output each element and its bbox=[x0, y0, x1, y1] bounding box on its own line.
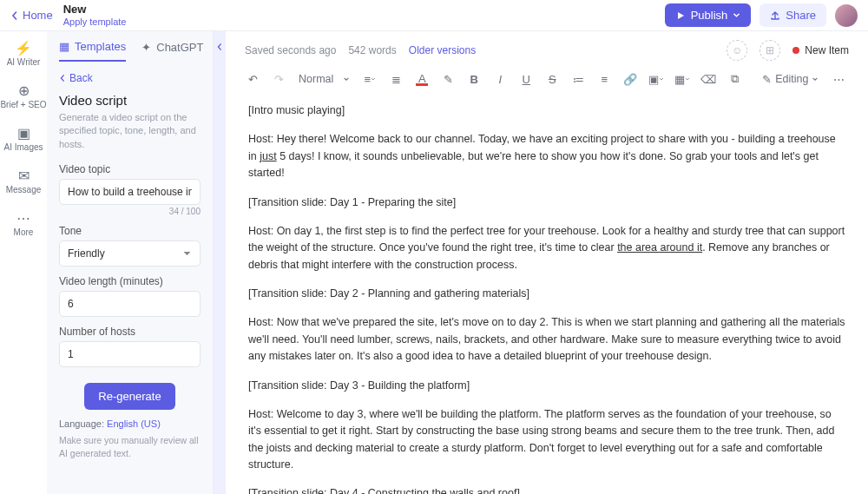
home-label: Home bbox=[23, 9, 53, 22]
status-dot-icon bbox=[792, 47, 799, 54]
doc-line: Host: On day 1, the first step is to fin… bbox=[248, 223, 845, 273]
saved-status: Saved seconds ago bbox=[245, 44, 336, 56]
more-toolbar-button[interactable]: ⋯ bbox=[829, 69, 848, 89]
image-icon: ▣ bbox=[17, 127, 30, 141]
tone-select[interactable]: Friendly bbox=[59, 240, 201, 267]
length-label: Video length (minutes) bbox=[59, 275, 201, 287]
older-versions-link[interactable]: Older versions bbox=[409, 44, 476, 56]
redo-button[interactable]: ↷ bbox=[269, 69, 288, 89]
pencil-icon: ✎ bbox=[762, 73, 772, 86]
review-note: Make sure you manually review all AI gen… bbox=[59, 434, 201, 459]
unordered-list-button[interactable]: ≡ bbox=[595, 69, 614, 89]
clear-format-button[interactable]: ⌫ bbox=[699, 69, 718, 89]
language-label: Language: bbox=[59, 418, 104, 429]
highlight-button[interactable]: ✎ bbox=[438, 69, 457, 89]
line-height-button[interactable]: ≣ bbox=[386, 69, 405, 89]
avatar[interactable] bbox=[835, 4, 858, 27]
regenerate-button[interactable]: Re-generate bbox=[84, 383, 174, 410]
char-count: 34 / 100 bbox=[59, 207, 201, 216]
text-color-button[interactable]: A bbox=[412, 69, 431, 89]
tone-label: Tone bbox=[59, 225, 201, 237]
word-count: 542 words bbox=[348, 44, 396, 56]
message-icon: ✉ bbox=[18, 169, 30, 183]
editor-toolbar: ↶ ↷ Normal ≡ ≣ A ✎ B I U S ≔ ≡ 🔗 ▣ ▦ ⌫ bbox=[226, 66, 868, 97]
doc-line: [Transition slide: Day 4 - Constructing … bbox=[248, 485, 845, 494]
templates-icon: ▦ bbox=[59, 40, 69, 53]
doc-line: Host: Welcome to day 3, where we'll be b… bbox=[248, 406, 845, 474]
rail-message[interactable]: ✉ Message bbox=[0, 168, 47, 196]
home-link[interactable]: Home bbox=[10, 9, 53, 22]
share-label: Share bbox=[786, 9, 816, 22]
doc-line: [Transition slide: Day 3 - Building the … bbox=[248, 378, 845, 394]
chat-icon: ✦ bbox=[141, 41, 151, 54]
panel-desc: Generate a video script on the specified… bbox=[59, 111, 201, 151]
new-item-button[interactable]: New Item bbox=[792, 44, 849, 56]
bold-button[interactable]: B bbox=[464, 69, 483, 89]
paragraph-style-select[interactable]: Normal bbox=[295, 71, 353, 87]
rail-brief-seo[interactable]: ⊕ Brief + SEO bbox=[0, 82, 47, 111]
add-collaborator-2[interactable]: ⊞ bbox=[760, 40, 780, 61]
video-topic-input[interactable] bbox=[59, 179, 201, 205]
ordered-list-button[interactable]: ≔ bbox=[569, 69, 588, 89]
editing-mode-select[interactable]: ✎ Editing bbox=[759, 71, 822, 88]
collapse-panel[interactable] bbox=[214, 31, 226, 494]
apply-template-link[interactable]: Apply template bbox=[63, 16, 127, 28]
rail-ai-writer[interactable]: ⚡ AI Writer bbox=[0, 40, 47, 69]
back-link[interactable]: Back bbox=[59, 72, 201, 84]
hosts-label: Number of hosts bbox=[59, 326, 201, 338]
image-button[interactable]: ▣ bbox=[647, 69, 666, 89]
doc-title: New bbox=[63, 3, 127, 16]
publish-button[interactable]: Publish bbox=[665, 3, 752, 27]
publish-label: Publish bbox=[691, 9, 728, 22]
undo-button[interactable]: ↶ bbox=[243, 69, 262, 89]
rail-more[interactable]: ⋯ More bbox=[0, 210, 47, 239]
tab-templates[interactable]: ▦ Templates bbox=[59, 40, 126, 62]
panel-title: Video script bbox=[59, 93, 201, 108]
align-button[interactable]: ≡ bbox=[360, 69, 379, 89]
link-button[interactable]: 🔗 bbox=[621, 69, 640, 89]
bolt-icon: ⚡ bbox=[15, 42, 32, 56]
target-icon: ⊕ bbox=[18, 84, 30, 98]
tab-chatgpt[interactable]: ✦ ChatGPT bbox=[141, 40, 203, 62]
more-icon: ⋯ bbox=[16, 212, 30, 226]
hosts-input[interactable] bbox=[59, 341, 201, 367]
rail-ai-images[interactable]: ▣ AI Images bbox=[0, 125, 47, 154]
add-collaborator-1[interactable]: ☺ bbox=[727, 40, 747, 61]
doc-line: Host: Hey there! Welcome back to our cha… bbox=[248, 131, 845, 181]
language-link[interactable]: English (US) bbox=[107, 418, 161, 429]
underline-button[interactable]: U bbox=[516, 69, 536, 89]
doc-line: Host: Now that we've prepared the site, … bbox=[248, 314, 845, 365]
strike-button[interactable]: S bbox=[542, 69, 562, 89]
doc-line: [Intro music playing] bbox=[248, 102, 845, 119]
document-body[interactable]: [Intro music playing] Host: Hey there! W… bbox=[226, 97, 868, 494]
doc-line: [Transition slide: Day 1 - Preparing the… bbox=[248, 194, 845, 211]
share-button[interactable]: Share bbox=[760, 3, 826, 27]
length-input[interactable] bbox=[59, 291, 201, 317]
doc-line: [Transition slide: Day 2 - Planning and … bbox=[248, 286, 845, 302]
video-topic-label: Video topic bbox=[59, 163, 201, 175]
italic-button[interactable]: I bbox=[490, 69, 510, 89]
table-button[interactable]: ▦ bbox=[673, 69, 692, 89]
code-button[interactable]: ⧉ bbox=[725, 69, 744, 89]
